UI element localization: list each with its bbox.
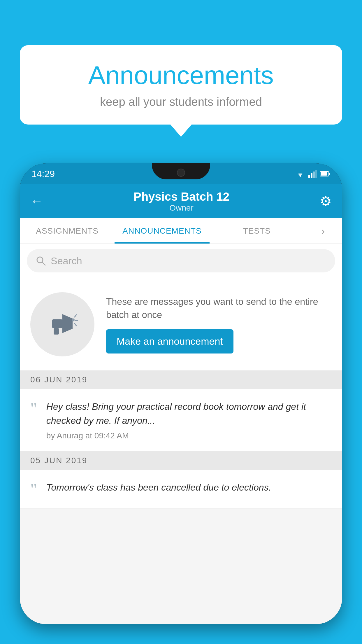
- announcement-item-2[interactable]: " Tomorrow's class has been cancelled du…: [20, 470, 342, 509]
- date-separator-2: 05 JUN 2019: [20, 451, 342, 470]
- svg-rect-12: [54, 328, 59, 335]
- promo-block: These are messages you want to send to t…: [20, 278, 342, 370]
- announcement-content-2: Tomorrow's class has been cancelled due …: [46, 480, 332, 498]
- svg-line-9: [42, 262, 45, 265]
- promo-icon-circle: [30, 292, 94, 356]
- svg-point-13: [72, 318, 75, 321]
- announcement-content-1: Hey class! Bring your practical record b…: [46, 400, 332, 440]
- svg-rect-6: [321, 172, 327, 176]
- svg-rect-11: [52, 319, 62, 328]
- svg-point-0: [300, 176, 301, 177]
- speech-bubble-title: Announcements: [37, 61, 325, 90]
- signal-icon: [308, 170, 317, 178]
- make-announcement-button[interactable]: Make an announcement: [106, 329, 233, 354]
- top-bar: ← Physics Batch 12 Owner ⚙: [20, 184, 342, 218]
- quote-icon-1: ": [30, 401, 37, 417]
- search-bar-wrapper: Search: [20, 244, 342, 278]
- megaphone-icon: [46, 308, 78, 340]
- svg-line-14: [75, 315, 76, 317]
- status-icons: [295, 170, 331, 178]
- phone-container: 14:29: [20, 163, 342, 644]
- svg-rect-3: [313, 172, 315, 178]
- quote-icon-2: ": [30, 482, 37, 498]
- svg-rect-1: [308, 175, 310, 178]
- speech-bubble-card: Announcements keep all your students inf…: [20, 45, 342, 125]
- promo-description: These are messages you want to send to t…: [106, 295, 332, 321]
- top-bar-title: Physics Batch 12: [133, 190, 229, 203]
- top-bar-title-group: Physics Batch 12 Owner: [133, 190, 229, 213]
- back-button[interactable]: ←: [30, 194, 43, 209]
- search-bar[interactable]: Search: [27, 249, 335, 272]
- search-placeholder: Search: [51, 255, 82, 267]
- top-bar-subtitle: Owner: [133, 203, 229, 213]
- status-time: 14:29: [31, 169, 55, 179]
- promo-right: These are messages you want to send to t…: [106, 295, 332, 354]
- svg-line-16: [75, 323, 76, 326]
- svg-rect-4: [315, 170, 317, 178]
- announcement-message-1: Hey class! Bring your practical record b…: [46, 400, 332, 428]
- tabs-bar: ASSIGNMENTS ANNOUNCEMENTS TESTS ›: [20, 218, 342, 244]
- tab-more[interactable]: ›: [304, 218, 342, 244]
- announcement-item-1[interactable]: " Hey class! Bring your practical record…: [20, 389, 342, 451]
- svg-rect-7: [329, 173, 330, 175]
- svg-marker-10: [62, 314, 73, 333]
- announcement-meta-1: by Anurag at 09:42 AM: [46, 431, 332, 440]
- svg-rect-2: [311, 173, 312, 178]
- search-icon: [36, 256, 46, 266]
- tab-tests[interactable]: TESTS: [210, 218, 304, 244]
- phone-screen: ← Physics Batch 12 Owner ⚙ ASSIGNMENTS A…: [20, 184, 342, 624]
- tab-assignments[interactable]: ASSIGNMENTS: [20, 218, 115, 244]
- tab-announcements[interactable]: ANNOUNCEMENTS: [115, 218, 209, 244]
- date-separator-1: 06 JUN 2019: [20, 370, 342, 389]
- phone-outer: 14:29: [20, 163, 342, 624]
- notch-camera: [177, 169, 185, 177]
- announcement-message-2: Tomorrow's class has been cancelled due …: [46, 480, 332, 494]
- settings-button[interactable]: ⚙: [320, 193, 332, 209]
- wifi-icon: [295, 170, 305, 178]
- battery-icon: [320, 171, 331, 177]
- speech-bubble-subtitle: keep all your students informed: [37, 95, 325, 108]
- phone-notch: [152, 163, 210, 179]
- speech-bubble-section: Announcements keep all your students inf…: [20, 45, 342, 125]
- screen-inner: ← Physics Batch 12 Owner ⚙ ASSIGNMENTS A…: [20, 184, 342, 624]
